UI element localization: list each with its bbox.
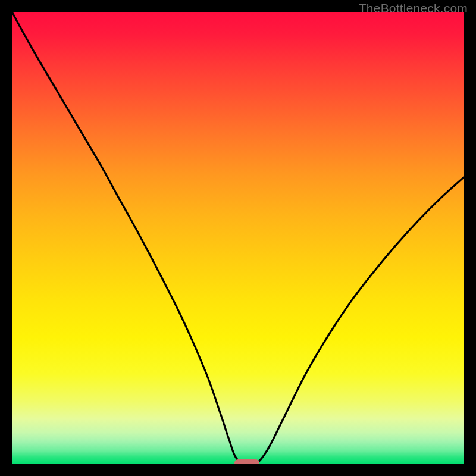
chart-frame: TheBottleneck.com [0, 0, 476, 476]
optimal-marker [234, 459, 259, 464]
bottleneck-curve [12, 12, 464, 464]
plot-area [12, 12, 464, 464]
